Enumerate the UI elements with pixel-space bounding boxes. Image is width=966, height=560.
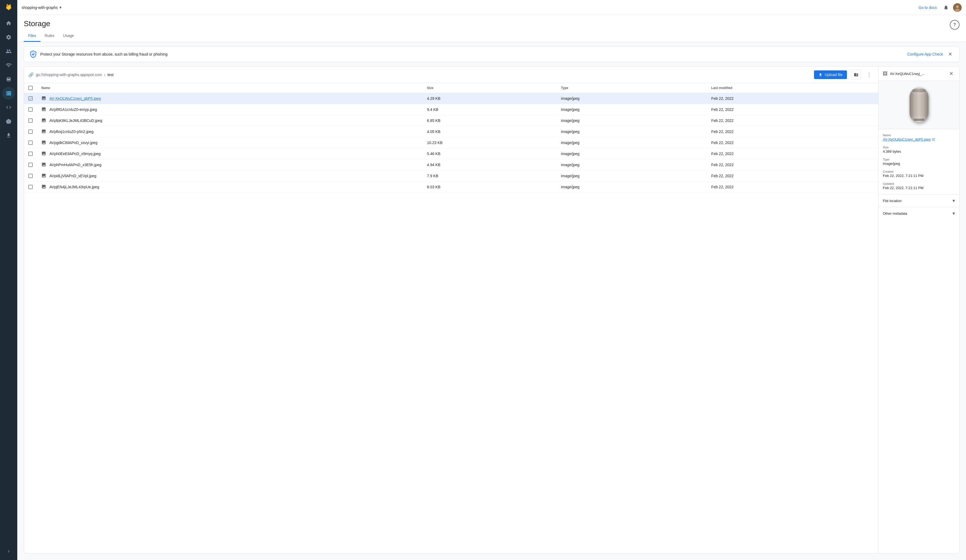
sidebar-item-home[interactable] <box>2 17 15 29</box>
row-type-cell: image/jpeg <box>557 93 707 104</box>
file-type-icon <box>41 184 47 190</box>
detail-close-button[interactable]: ✕ <box>947 70 955 77</box>
configure-app-check-link[interactable]: Configure App Check <box>907 52 943 56</box>
svg-point-1 <box>956 5 959 8</box>
nav-expand-button[interactable] <box>2 545 15 558</box>
more-options-button[interactable]: ⋮ <box>864 70 874 80</box>
sidebar-item-storage[interactable] <box>2 87 15 100</box>
row-checkbox[interactable] <box>28 118 33 123</box>
row-modified-cell: Feb 22, 2022 <box>707 148 878 159</box>
table-row[interactable]: AVph0EeEilAPnD_x9myq.jpeg 5.46 KB image/… <box>24 148 878 159</box>
sidebar-item-download[interactable] <box>2 129 15 142</box>
sidebar-item-functions[interactable] <box>2 101 15 114</box>
detail-type-field: Type image/jpeg <box>883 158 955 165</box>
row-modified-cell: Feb 22, 2022 <box>707 182 878 193</box>
row-checkbox-cell <box>24 137 37 148</box>
table-row[interactable]: AVpftoij1cnluZ0-p5n2.jpeg 4.05 KB image/… <box>24 126 878 137</box>
row-size-cell: 8.03 KB <box>422 182 557 193</box>
file-preview-image <box>910 87 928 123</box>
page-header: Storage ? Files Rules Usage <box>17 15 966 42</box>
row-checkbox[interactable] <box>28 96 33 101</box>
row-checkbox[interactable] <box>28 163 33 167</box>
row-modified-cell: Feb 22, 2022 <box>707 170 878 182</box>
nav-rail <box>0 0 17 560</box>
file-name-text: AVpftoij1cnluZ0-p5n2.jpeg <box>49 129 94 134</box>
tab-rules[interactable]: Rules <box>41 30 59 42</box>
row-size-cell: 5.46 KB <box>422 148 557 159</box>
file-type-icon <box>41 140 47 146</box>
sidebar-item-database[interactable] <box>2 73 15 86</box>
speaker-bottom <box>913 119 925 121</box>
sidebar-item-users[interactable] <box>2 45 15 58</box>
detail-info: Name AV-XeQLWuC1rwyj_qbP5.jpeg Size 4,38… <box>879 129 959 194</box>
detail-updated-value: Feb 22, 2022, 7:21:11 PM <box>883 186 955 190</box>
file-area: 🔗 gs://shopping-with-graphs.appspot.com … <box>24 66 959 553</box>
tab-files[interactable]: Files <box>24 30 41 42</box>
project-selector[interactable]: shopping-with-graphs ▾ <box>21 5 62 10</box>
detail-updated-field: Updated Feb 22, 2022, 7:21:11 PM <box>883 182 955 190</box>
table-row[interactable]: AVpfIfGA1cnluZ0-emyp.jpeg 9.4 KB image/j… <box>24 104 878 115</box>
row-name-cell: AVpidLjVilAPnD_xEVpl.jpeg <box>37 170 422 182</box>
detail-preview <box>879 81 959 129</box>
detail-updated-label: Updated <box>883 182 955 185</box>
tab-usage[interactable]: Usage <box>59 30 78 42</box>
detail-panel: 🖼 AV-XeQLWuC1rwyj_... ✕ Name A <box>878 67 959 553</box>
row-size-cell: 7.9 KB <box>422 170 557 182</box>
user-avatar[interactable] <box>953 3 962 12</box>
row-checkbox-cell <box>24 126 37 137</box>
banner-text: Protect your Storage resources from abus… <box>40 52 902 56</box>
breadcrumb-separator: › <box>104 72 105 77</box>
banner-close-button[interactable]: ✕ <box>946 51 954 58</box>
add-folder-button[interactable] <box>851 70 861 80</box>
row-checkbox-cell <box>24 93 37 104</box>
select-all-checkbox[interactable] <box>28 86 33 90</box>
detail-size-label: Size <box>883 146 955 149</box>
table-row[interactable]: AVpfpK8KLJeJML43BCuD.jpeg 6.85 KB image/… <box>24 115 878 126</box>
row-checkbox[interactable] <box>28 107 33 112</box>
detail-name-label: Name <box>883 134 955 137</box>
topbar-icons <box>941 3 962 12</box>
row-checkbox-cell <box>24 104 37 115</box>
row-checkbox[interactable] <box>28 152 33 156</box>
row-type-cell: image/jpeg <box>557 137 707 148</box>
row-checkbox[interactable] <box>28 185 33 189</box>
firebase-logo[interactable] <box>4 2 13 12</box>
sidebar-item-ml[interactable] <box>2 115 15 128</box>
row-name-cell: AV-XeQLWuC1rwyj_qbP5.jpeg <box>37 93 422 104</box>
help-button[interactable]: ? <box>950 20 959 29</box>
table-row[interactable]: AV-XeQLWuC1rwyj_qbP5.jpeg 4.29 KB image/… <box>24 93 878 104</box>
file-name-text: AVpfpK8KLJeJML43BCuD.jpeg <box>49 118 102 123</box>
row-checkbox[interactable] <box>28 174 33 178</box>
speaker-grill <box>912 94 926 116</box>
svg-point-2 <box>955 9 960 12</box>
row-name-cell: AVphPmHuilAPnD_x3E5h.jpeg <box>37 159 422 170</box>
file-name-text: AVpjEN4jLJeJML43rpUe.jpeg <box>49 185 99 189</box>
notifications-button[interactable] <box>941 3 951 12</box>
detail-type-value: image/jpeg <box>883 162 955 165</box>
row-modified-cell: Feb 22, 2022 <box>707 115 878 126</box>
row-checkbox-cell <box>24 115 37 126</box>
row-checkbox-cell <box>24 182 37 193</box>
table-row[interactable]: AVpjEN4jLJeJML43rpUe.jpeg 8.03 KB image/… <box>24 182 878 193</box>
sidebar-item-settings[interactable] <box>2 31 15 44</box>
row-checkbox[interactable] <box>28 129 33 134</box>
row-checkbox-cell <box>24 159 37 170</box>
go-to-docs-link[interactable]: Go to docs <box>918 5 937 10</box>
row-checkbox-cell <box>24 170 37 182</box>
detail-name-value[interactable]: AV-XeQLWuC1rwyj_qbP5.jpeg <box>883 137 955 141</box>
upload-file-button[interactable]: Upload file <box>814 70 847 79</box>
other-metadata-section[interactable]: Other metadata ▾ <box>879 207 959 219</box>
row-size-cell: 6.85 KB <box>422 115 557 126</box>
file-location-section[interactable]: File location ▾ <box>879 194 959 207</box>
breadcrumb-path[interactable]: gs://shopping-with-graphs.appspot.com <box>36 72 102 77</box>
row-modified-cell: Feb 22, 2022 <box>707 93 878 104</box>
sidebar-item-wireless[interactable] <box>2 59 15 72</box>
row-checkbox[interactable] <box>28 141 33 145</box>
table-row[interactable]: AVphPmHuilAPnD_x3E5h.jpeg 4.94 KB image/… <box>24 159 878 170</box>
row-modified-cell: Feb 22, 2022 <box>707 137 878 148</box>
row-modified-cell: Feb 22, 2022 <box>707 104 878 115</box>
table-row[interactable]: AVpidLjVilAPnD_xEVpl.jpeg 7.9 KB image/j… <box>24 170 878 182</box>
table-row[interactable]: AVpgdkC8ilAPnD_xsvyi.jpeg 10.23 KB image… <box>24 137 878 148</box>
file-name-link[interactable]: AV-XeQLWuC1rwyj_qbP5.jpeg <box>49 96 101 101</box>
name-column-header: Name <box>37 83 422 93</box>
